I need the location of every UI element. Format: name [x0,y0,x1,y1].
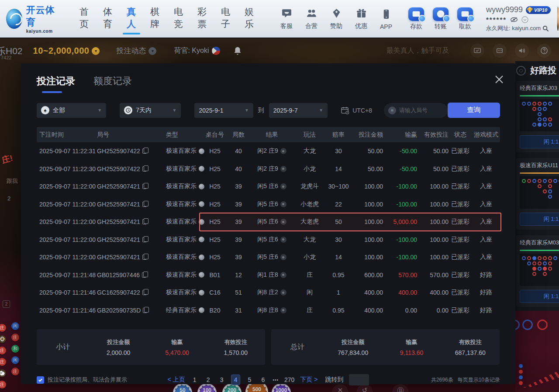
table-row[interactable]: 2025-09-07 11:21:46GB202590735D经典百家乐B203… [37,302,500,320]
video-quality-icon[interactable] [470,44,484,58]
table-row[interactable]: 2025-09-07 11:22:31GH2525907422极速百家乐H254… [37,142,500,160]
table-row[interactable]: 2025-09-07 11:21:48GB0125907446极速百家乐B011… [37,266,500,284]
status: 已派彩 [449,289,472,296]
roadmap-row [522,102,559,106]
jump-to-input[interactable] [349,374,369,385]
prev-page-button[interactable]: < 上页 [168,376,185,384]
result-detail-icon[interactable] [280,254,286,260]
page-270[interactable]: 270 [284,376,294,383]
bet-range-chevron-icon[interactable]: ▾ [92,47,100,55]
table-row[interactable]: 2025-09-07 11:22:00GH2525907421极速百家乐H253… [37,178,500,196]
chevron-down-icon[interactable] [521,16,528,23]
copy-icon[interactable] [142,148,147,154]
bet-feed-label[interactable]: 投注动态 [116,46,146,56]
period-select[interactable]: 7天内 ▼ [120,103,181,118]
nav-item-电子[interactable]: 电子 [221,3,230,34]
road-bet-button[interactable]: 闲 1:1 [520,135,559,148]
copy-icon[interactable] [142,254,147,260]
tab-额度记录[interactable]: 额度记录 [93,75,132,93]
road-card-经典百家乐J03[interactable]: 经典百家乐J03闲 1:1 [516,81,559,152]
round-id: GH2525907421 [97,254,162,261]
nav-item-彩票[interactable]: 彩票 [197,3,207,34]
avatar[interactable] [557,7,559,31]
result-detail-icon[interactable] [280,148,286,154]
period-value: 7天内 [136,107,152,114]
eye-off-icon[interactable] [510,17,518,23]
road-panel-icon[interactable] [516,66,526,76]
road-dot [543,189,547,193]
quick-action-合营[interactable]: 合营 [303,8,320,30]
username[interactable]: wywy9999 [486,5,523,14]
result-detail-icon[interactable] [280,289,286,296]
nav-item-体育[interactable]: 体育 [103,3,112,34]
site-logo[interactable]: 开云体育 kaiyun.com [6,4,57,34]
vip-badge[interactable]: VIP10 [526,6,551,14]
table-row[interactable]: 2025-09-07 11:22:00GH2525907421极速百家乐H253… [37,196,500,213]
nav-item-电竞[interactable]: 电竞 [174,3,183,34]
wallet-action-存款[interactable]: 存款 [407,7,425,31]
tab-投注记录[interactable]: 投注记录 [37,75,75,93]
result-detail-icon[interactable] [280,219,286,225]
road-card-极速百家乐U11[interactable]: 极速百家乐U11闲 1:1 [516,158,559,230]
category-select[interactable]: ♠ 全部 ▼ [37,103,106,118]
copy-icon[interactable] [142,237,147,242]
magnifier-icon[interactable] [542,25,549,32]
page-2[interactable]: 2 [204,376,212,383]
total-label: 总计 [271,343,324,352]
game-mode: 入座 [472,253,500,261]
query-button[interactable]: 查询 [448,103,500,118]
copy-icon[interactable] [142,202,147,207]
bet-feed-chevron-icon[interactable]: ▾ [148,47,156,55]
stream-line-icon[interactable] [493,44,507,58]
table-row[interactable]: 2025-09-07 11:21:46GC1625907422极速百家乐C165… [37,284,500,302]
table-row[interactable]: 2025-09-07 11:22:00GH2525907421极速百家乐H253… [37,231,500,249]
page-1[interactable]: 1 [191,376,199,383]
nav-item-真人[interactable]: 真人 [127,3,136,34]
permanent-url[interactable]: 永久网址: kaiyun.com [486,24,541,32]
result-detail-icon[interactable] [280,201,286,207]
result-detail-icon[interactable] [280,272,286,278]
copy-icon[interactable] [142,290,147,295]
quick-action-客服[interactable]: 客服 [278,8,295,30]
road-card-经典百家乐M03[interactable]: 经典百家乐M03闲 1:1 [516,235,559,307]
copy-icon[interactable] [143,308,147,313]
nav-item-棋牌[interactable]: 棋牌 [150,3,159,34]
page-6[interactable]: 6 [259,376,267,383]
page-5[interactable]: 5 [245,376,253,383]
quick-action-优惠[interactable]: 优惠 [352,8,370,30]
copy-icon[interactable] [142,166,147,172]
date-from-select[interactable]: 2025-9-1 ▼ [194,103,253,118]
merge-checkbox[interactable] [37,376,44,384]
help-icon[interactable] [537,44,551,58]
quick-action-APP[interactable]: APP [377,9,395,30]
page-3[interactable]: 3 [218,376,226,383]
result-detail-icon[interactable] [280,166,286,172]
wallet-action-取款[interactable]: 取款 [456,7,474,31]
stream-controls [470,44,551,58]
road-bet-button[interactable]: 闲 1:1 [520,213,559,226]
result-detail-icon[interactable] [280,307,286,313]
round-search-input[interactable] [399,107,443,113]
table-row[interactable]: 2025-09-07 11:22:30GH2525907422极速百家乐H254… [37,160,500,178]
table-row[interactable]: 2025-09-07 11:22:00GH2525907421极速百家乐H253… [37,213,500,231]
close-icon[interactable] [493,74,505,85]
table-row[interactable]: 2025-09-07 11:22:00GH2525907421极速百家乐H253… [37,248,500,266]
result-detail-icon[interactable] [280,183,286,189]
round-id: GH2525907421 [97,218,162,225]
copy-icon[interactable] [142,184,147,189]
road-bet-button[interactable]: 闲 1:1 [520,290,559,303]
date-to-select[interactable]: 2025-9-7 ▼ [269,103,328,118]
round-number: 39 [227,218,250,225]
copy-icon[interactable] [142,219,147,224]
copy-icon[interactable] [142,272,146,278]
quick-action-赞助[interactable]: 赞助 [328,8,345,30]
notification-bell-icon[interactable] [233,46,242,56]
next-page-button[interactable]: 下页 > [300,376,317,384]
result-detail-icon[interactable] [280,237,286,243]
nav-item-娱乐[interactable]: 娱乐 [245,3,254,34]
nav-item-首页[interactable]: 首页 [79,3,89,34]
wallet-action-转账[interactable]: 转账 [432,7,449,31]
page-4[interactable]: 4 [231,375,240,385]
road-badge-column-2: 闲庄和闲庄 [11,322,19,375]
volume-icon[interactable] [515,44,529,58]
